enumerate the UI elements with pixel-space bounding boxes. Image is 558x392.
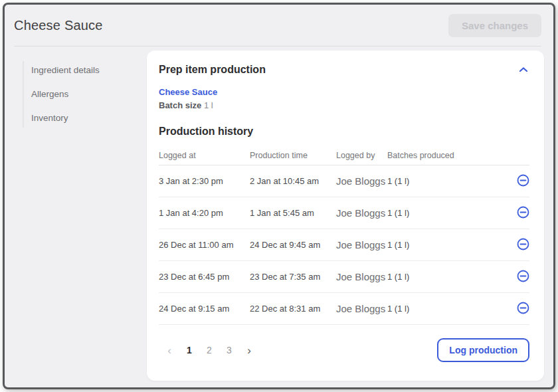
remove-entry-button[interactable]	[517, 270, 529, 282]
cell-logged-at: 26 Dec at 11:00 am	[159, 240, 250, 250]
sidebar-item-inventory[interactable]: Inventory	[31, 109, 147, 128]
pagination: ‹ 1 2 3 ›	[163, 343, 256, 357]
cell-logged-by: Joe Bloggs	[336, 239, 387, 250]
remove-entry-button[interactable]	[517, 206, 529, 219]
table-footer: ‹ 1 2 3 › Log production	[159, 338, 529, 362]
cell-batches-produced: 1 (1 l)	[387, 176, 506, 186]
table-row: 26 Dec at 11:00 am 24 Dec at 9:45 am Joe…	[159, 229, 529, 261]
minus-circle-icon	[517, 174, 529, 187]
cell-production-time: 2 Jan at 10:45 am	[250, 176, 336, 186]
pagination-page-2[interactable]: 2	[203, 343, 216, 357]
pagination-page-1[interactable]: 1	[183, 343, 196, 357]
pagination-prev-icon[interactable]: ‹	[163, 343, 176, 357]
cell-batches-produced: 1 (1 l)	[387, 240, 506, 250]
panel-title: Prep item production	[159, 64, 266, 76]
cell-batches-produced: 1 (1 l)	[387, 272, 506, 282]
table-row: 3 Jan at 2:30 pm 2 Jan at 10:45 am Joe B…	[159, 165, 529, 197]
table-row: 23 Dec at 6:45 pm 23 Dec at 7:35 am Joe …	[159, 261, 529, 293]
cell-logged-at: 1 Jan at 4:20 pm	[159, 208, 250, 218]
column-header-logged-at: Logged at	[159, 151, 250, 160]
table-row: 1 Jan at 4:20 pm 1 Jan at 5:45 am Joe Bl…	[159, 197, 529, 229]
cell-logged-by: Joe Bloggs	[336, 271, 387, 282]
cell-batches-produced: 1 (1 l)	[387, 304, 506, 314]
minus-circle-icon	[517, 302, 529, 314]
pagination-page-3[interactable]: 3	[223, 343, 236, 357]
minus-circle-icon	[517, 238, 529, 250]
sidebar-item-ingredient-details[interactable]: Ingredient details	[31, 61, 147, 80]
cell-logged-by: Joe Bloggs	[336, 303, 387, 314]
cell-production-time: 22 Dec at 8:31 am	[250, 304, 336, 314]
collapse-panel-button[interactable]	[517, 65, 529, 74]
cell-logged-at: 3 Jan at 2:30 pm	[159, 176, 250, 186]
chevron-up-icon	[519, 66, 528, 73]
production-history-title: Production history	[159, 126, 529, 138]
page-title: Cheese Sauce	[14, 18, 103, 33]
sidebar-item-allergens[interactable]: Allergens	[31, 85, 147, 104]
column-header-batches-produced: Batches produced	[387, 151, 506, 160]
column-header-production-time: Production time	[250, 151, 336, 160]
prep-item-link[interactable]: Cheese Sauce	[159, 87, 529, 97]
remove-entry-button[interactable]	[517, 174, 529, 187]
minus-circle-icon	[517, 270, 529, 282]
cell-logged-by: Joe Bloggs	[336, 175, 387, 187]
cell-batches-produced: 1 (1 l)	[387, 208, 506, 218]
table-row: 24 Dec at 9:15 am 22 Dec at 8:31 am Joe …	[159, 293, 529, 325]
column-header-logged-by: Logged by	[336, 151, 387, 160]
pagination-next-icon[interactable]: ›	[242, 343, 256, 357]
cell-logged-at: 23 Dec at 6:45 pm	[159, 272, 250, 282]
cell-logged-by: Joe Bloggs	[336, 207, 387, 219]
remove-entry-button[interactable]	[517, 238, 529, 250]
production-history-table: Logged at Production time Logged by Batc…	[159, 146, 529, 325]
cell-logged-at: 24 Dec at 9:15 am	[159, 304, 250, 314]
sidebar: Ingredient details Allergens Inventory	[5, 47, 147, 387]
table-header-row: Logged at Production time Logged by Batc…	[159, 146, 529, 165]
remove-entry-button[interactable]	[517, 302, 529, 314]
cell-production-time: 23 Dec at 7:35 am	[250, 272, 336, 282]
page-header: Cheese Sauce Save changes	[5, 5, 553, 47]
batch-size-line: Batch size 1 l	[159, 100, 529, 110]
app-window: Cheese Sauce Save changes Ingredient det…	[3, 3, 555, 389]
log-production-button[interactable]: Log production	[437, 338, 529, 362]
minus-circle-icon	[517, 206, 529, 219]
cell-production-time: 1 Jan at 5:45 am	[250, 208, 336, 218]
batch-size-label: Batch size	[159, 100, 201, 110]
save-button[interactable]: Save changes	[448, 14, 541, 37]
batch-size-value: 1 l	[204, 100, 213, 110]
prep-item-production-panel: Prep item production Cheese Sauce Batch …	[147, 50, 544, 381]
cell-production-time: 24 Dec at 9:45 am	[250, 240, 336, 250]
